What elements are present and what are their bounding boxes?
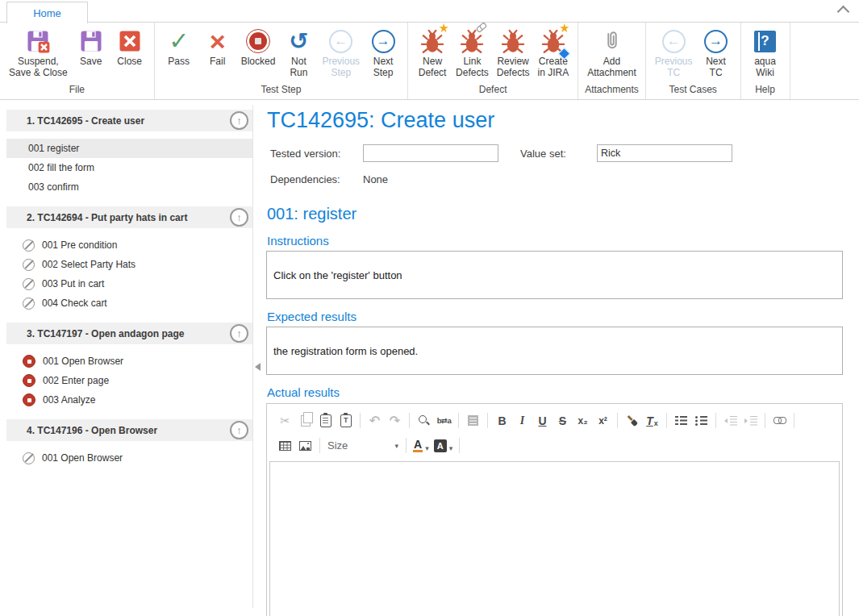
test-case-detail: TC142695: Create user Tested version: Va… [266, 105, 843, 616]
step-item[interactable]: 001 Open Browser [6, 448, 253, 468]
cut-icon[interactable]: ✂ [276, 411, 294, 430]
up-arrow-button[interactable]: ↑ [230, 421, 248, 439]
editor-toolbar: ✂ T ↶ ↷ b⇄a B I U S x₂ [267, 404, 842, 460]
insert-image-icon[interactable] [296, 436, 315, 455]
link-defects-button[interactable]: Link Defects [452, 25, 493, 80]
step-label: 003 Put in cart [42, 278, 104, 289]
not-run-icon [23, 298, 35, 310]
test-case-group-2: 2. TC142694 - Put party hats in cart ↑ 0… [6, 206, 253, 313]
strikethrough-icon[interactable]: S [553, 411, 572, 430]
bold-icon[interactable]: B [493, 411, 511, 430]
select-all-icon[interactable] [464, 411, 482, 430]
test-steps-sidebar: 1. TC142695 - Create user ↑ 001 register… [6, 110, 253, 477]
replace-icon[interactable]: b⇄a [435, 411, 453, 430]
step-item[interactable]: 003 Analyze [6, 390, 253, 410]
link-icon[interactable] [770, 411, 789, 430]
ribbon-group-attachments: Add Attachment Attachments [578, 23, 646, 99]
add-attachment-button[interactable]: Add Attachment [583, 25, 640, 80]
blocked-icon [23, 355, 35, 368]
ribbon-group-file: Suspend, Save & Close Save Close File [0, 23, 155, 99]
test-case-header[interactable]: 2. TC142694 - Put party hats in cart ↑ [6, 206, 253, 228]
save-button[interactable]: Save [72, 25, 111, 69]
background-color-glyph: A [434, 439, 447, 452]
create-in-jira-button[interactable]: Create in JIRA [533, 25, 573, 80]
sidebar-collapse-handle[interactable] [255, 363, 261, 371]
step-item[interactable]: 002 Select Party Hats [6, 255, 253, 274]
tab-home[interactable]: Home [6, 2, 88, 23]
aqua-wiki-button[interactable]: ? aqua Wiki [746, 25, 785, 80]
step-item[interactable]: 003 confirm [6, 177, 253, 197]
suspend-save-close-button[interactable]: Suspend, Save & Close [5, 25, 72, 80]
test-case-header[interactable]: 1. TC142695 - Create user ↑ [6, 110, 253, 131]
collapse-ribbon-icon[interactable] [837, 6, 850, 19]
step-item[interactable]: 002 Enter page [6, 371, 253, 390]
redo-icon[interactable]: ↷ [386, 411, 404, 430]
decrease-indent-icon[interactable] [721, 411, 740, 430]
step-item[interactable]: 002 fill the form [6, 158, 253, 177]
toolbar-separator [319, 438, 320, 453]
toolbar-separator [360, 413, 361, 428]
paste-icon[interactable] [316, 411, 335, 430]
value-set-field[interactable] [597, 144, 732, 162]
background-color-button[interactable]: A ▾ [434, 439, 453, 452]
font-size-select[interactable]: Size ▾ [324, 436, 402, 455]
not-run-icon [23, 278, 35, 290]
step-item[interactable]: 001 register [6, 139, 253, 158]
chevron-down-icon: ▾ [394, 442, 398, 450]
blocked-button[interactable]: Blocked [237, 25, 280, 69]
underline-icon[interactable]: U [533, 411, 552, 430]
up-arrow-button[interactable]: ↑ [230, 324, 248, 343]
step-item[interactable]: 003 Put in cart [6, 274, 253, 293]
toolbar-separator [406, 438, 407, 453]
previous-tc-button[interactable]: ← Previous TC [651, 25, 697, 80]
undo-icon[interactable]: ↶ [365, 411, 384, 430]
superscript-icon[interactable]: x² [594, 411, 612, 430]
format-painter-icon[interactable] [623, 411, 641, 430]
increase-indent-glyph [744, 415, 757, 427]
arrow-right-glyph: → [704, 30, 728, 53]
paste-as-text-icon[interactable]: T [336, 411, 355, 430]
remove-format-icon[interactable]: Tx [643, 411, 661, 430]
review-defects-button[interactable]: Review Defects [493, 25, 534, 80]
tested-version-field[interactable] [363, 144, 498, 162]
numbered-list-glyph [675, 415, 687, 426]
up-arrow-button[interactable]: ↑ [230, 208, 248, 227]
next-step-button[interactable]: → Next Step [364, 25, 402, 80]
numbered-list-icon[interactable] [672, 411, 690, 430]
copy-icon[interactable] [296, 411, 315, 430]
brush-glyph [623, 411, 641, 430]
increase-indent-icon[interactable] [741, 411, 760, 430]
new-defect-button[interactable]: New Defect [413, 25, 452, 80]
insert-table-icon[interactable] [276, 436, 294, 455]
remove-format-sub: x [654, 419, 658, 427]
find-icon[interactable] [415, 411, 433, 430]
pass-button[interactable]: ✓ Pass [160, 25, 198, 69]
step-item[interactable]: 001 Pre condition [6, 235, 253, 255]
text-color-button[interactable]: A ▾ [413, 439, 429, 452]
step-label: 001 Open Browser [43, 356, 123, 367]
not-run-icon: ↺ [289, 27, 308, 56]
remove-format-glyph: T [646, 414, 653, 427]
button-label: Not Run [290, 56, 307, 78]
close-button[interactable]: Close [111, 25, 149, 69]
toolbar-separator [617, 413, 618, 428]
test-case-header[interactable]: 3. TC147197 - Open andagon page ↑ [6, 323, 253, 344]
test-case-header[interactable]: 4. TC147196 - Open Browser ↑ [6, 419, 253, 441]
step-item[interactable]: 001 Open Browser [6, 352, 253, 371]
subscript-icon[interactable]: x₂ [573, 411, 592, 430]
actual-results-heading: Actual results [267, 385, 843, 399]
fail-button[interactable]: × Fail [198, 25, 237, 69]
up-arrow-button[interactable]: ↑ [230, 111, 248, 130]
previous-step-button[interactable]: ← Previous Step [318, 25, 364, 80]
button-label: aqua Wiki [754, 56, 776, 78]
bug-icon [501, 27, 525, 56]
toolbar-separator [458, 413, 459, 428]
step-label: 001 register [28, 143, 79, 154]
actual-results-content[interactable] [269, 461, 840, 616]
bullet-list-icon[interactable] [692, 411, 711, 430]
next-tc-button[interactable]: → Next TC [697, 25, 736, 80]
italic-icon[interactable]: I [513, 411, 532, 430]
step-item[interactable]: 004 Check cart [6, 293, 253, 313]
not-run-button[interactable]: ↺ Not Run [279, 25, 318, 80]
button-label: Pass [168, 56, 190, 67]
